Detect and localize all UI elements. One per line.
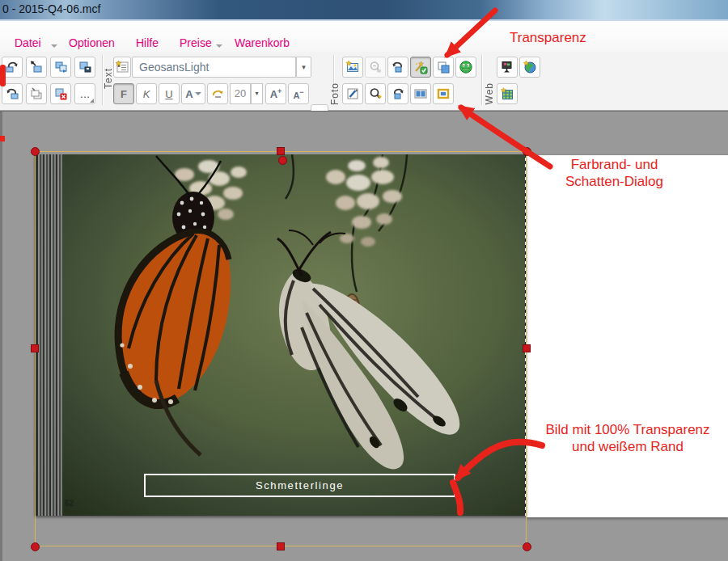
- border-shadow-dialog-icon: [436, 86, 451, 101]
- font-size-dropdown[interactable]: ▾: [251, 83, 263, 104]
- selection-handle[interactable]: [31, 344, 39, 352]
- menu-dropdown-arrow[interactable]: [216, 44, 222, 48]
- menu-dropdown-arrow[interactable]: [51, 44, 57, 48]
- slideshow-button[interactable]: [497, 57, 518, 78]
- group-label-foto: Foto: [329, 82, 341, 105]
- menu-warenkorb[interactable]: Warenkorb: [235, 36, 290, 49]
- font-name-input[interactable]: GeosansLight: [132, 57, 296, 78]
- title-bar[interactable]: 0 - 2015-Q4-06.mcf: [0, 0, 728, 21]
- pages-forward-button[interactable]: [50, 57, 71, 78]
- web-grid-icon: [500, 86, 514, 101]
- web-grid-button[interactable]: [497, 83, 518, 104]
- caption-text: Schmetterlinge: [256, 479, 344, 491]
- font-size-field[interactable]: 20: [230, 83, 251, 104]
- group-label-web: Web: [484, 82, 495, 104]
- web-globe-button[interactable]: [519, 57, 540, 78]
- font-color-icon: [210, 86, 225, 101]
- menu-hilfe[interactable]: Hilfe: [136, 36, 159, 49]
- zoom-out-photo-button[interactable]: [365, 57, 386, 78]
- selection-handle[interactable]: [31, 147, 40, 156]
- redo-button[interactable]: [2, 83, 23, 104]
- zoom-in-photo-icon: [368, 86, 383, 101]
- smiley-button[interactable]: [455, 57, 476, 78]
- app-window: 0 - 2015-Q4-06.mcf Datei Optionen Hilfe …: [0, 0, 728, 561]
- transparency-button[interactable]: [433, 57, 454, 78]
- delete-page-button[interactable]: [50, 83, 71, 104]
- corner-triangle-icon: [90, 99, 94, 103]
- workspace-left-edge: [0, 112, 2, 561]
- album-page-right[interactable]: [527, 154, 728, 517]
- font-list-icon: [115, 60, 129, 74]
- chevron-down-icon: [195, 92, 201, 95]
- butterfly-photo-art: [35, 154, 527, 516]
- butterfly-photo[interactable]: Schmetterlinge 62: [35, 154, 527, 516]
- selection-handle[interactable]: [31, 542, 40, 551]
- font-size-down-button[interactable]: A−: [288, 83, 309, 104]
- auto-enhance-icon: [413, 60, 428, 74]
- delete-page-icon: [53, 86, 68, 101]
- add-photo-icon: [345, 60, 360, 74]
- window-title: 0 - 2015-Q4-06.mcf: [2, 2, 100, 15]
- smiley-icon: [459, 60, 473, 74]
- pages-forward-icon: [53, 60, 68, 74]
- font-size-up-button[interactable]: A+: [265, 83, 286, 104]
- move-page-icon: [29, 60, 44, 74]
- duplicate-page-icon: [29, 86, 44, 101]
- minus-icon: −: [299, 88, 303, 96]
- rotate-photo-ccw-icon: [391, 86, 405, 101]
- add-photo-button[interactable]: [342, 57, 363, 78]
- move-page-button[interactable]: [26, 57, 47, 78]
- more-icon: …: [80, 88, 91, 100]
- font-dropdown-button[interactable]: ▾: [296, 57, 311, 78]
- font-color-button[interactable]: [207, 83, 228, 104]
- photo-pair-button[interactable]: [410, 83, 431, 104]
- text-align-dropdown-button[interactable]: A: [181, 83, 205, 104]
- border-shadow-dialog-button[interactable]: [433, 83, 454, 104]
- rotate-photo-cw-button[interactable]: [387, 57, 408, 78]
- page-save-icon: [78, 60, 92, 74]
- web-globe-icon: [523, 60, 537, 74]
- page-binding-stripes: [36, 154, 62, 516]
- underline-button[interactable]: U: [159, 83, 180, 104]
- menu-preise[interactable]: Preise: [180, 36, 212, 49]
- bold-button[interactable]: F: [113, 83, 134, 104]
- menu-datei[interactable]: Datei: [15, 36, 41, 49]
- page-more-button[interactable]: …: [74, 83, 95, 104]
- page-save-button[interactable]: [74, 57, 95, 78]
- edit-photo-icon: [345, 86, 360, 101]
- undo-icon: [5, 60, 19, 74]
- toolbar: … Text GeosansLight ▾ F K U A: [0, 52, 728, 112]
- caption-text-box[interactable]: Schmetterlinge: [144, 474, 455, 497]
- annotation-farbrand: Farbrand- und Schatten-Dialog: [527, 156, 701, 190]
- rotate-photo-cw-icon: [391, 60, 405, 74]
- page-number: 62: [65, 499, 74, 508]
- selection-handle[interactable]: [277, 147, 285, 155]
- font-list-button[interactable]: [113, 57, 131, 78]
- zoom-in-photo-button[interactable]: [365, 83, 386, 104]
- marching-ants-border: [525, 154, 527, 516]
- menu-bar: Datei Optionen Hilfe Preise Warenkorb: [0, 21, 728, 52]
- selection-handle[interactable]: [277, 542, 285, 550]
- slideshow-icon: [500, 60, 514, 74]
- selection-handle[interactable]: [523, 147, 531, 156]
- selection-handle[interactable]: [523, 344, 531, 352]
- italic-button[interactable]: K: [136, 83, 157, 104]
- zoom-out-photo-icon: [368, 60, 383, 74]
- annotation-bild: Bild mit 100% Transparenz und weißem Ran…: [522, 421, 728, 455]
- annotation-transparenz: Transparenz: [510, 29, 586, 46]
- auto-enhance-button[interactable]: [410, 57, 431, 78]
- duplicate-page-button[interactable]: [26, 83, 47, 104]
- selection-rotate-handle[interactable]: [278, 156, 287, 165]
- rotate-photo-ccw-button[interactable]: [387, 83, 408, 104]
- group-label-text: Text: [103, 68, 114, 89]
- transparency-icon: [436, 60, 451, 74]
- redo-icon: [5, 86, 19, 101]
- toolbar-separator: [481, 55, 483, 105]
- undo-button[interactable]: [2, 57, 23, 78]
- photo-pair-icon: [413, 86, 428, 101]
- selection-handle[interactable]: [523, 542, 531, 551]
- menu-optionen[interactable]: Optionen: [69, 36, 115, 49]
- edit-photo-button[interactable]: [342, 83, 363, 104]
- plus-icon: +: [277, 87, 281, 95]
